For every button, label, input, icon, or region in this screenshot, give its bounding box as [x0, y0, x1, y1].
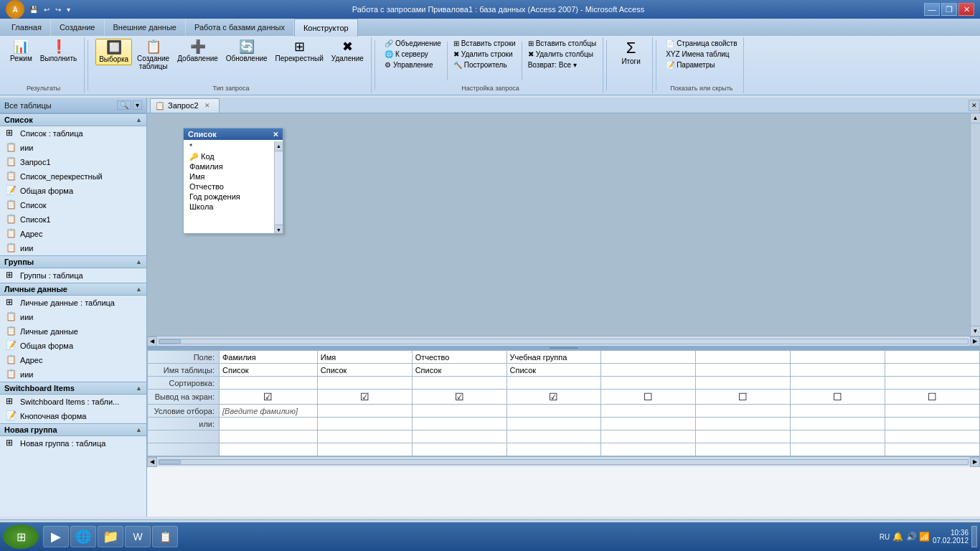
create-table-btn[interactable]: 📋 Созданиетаблицы [134, 39, 172, 72]
grid-cell-show-8[interactable]: ☐ [885, 390, 980, 405]
grid-cell-or-6[interactable] [696, 418, 791, 430]
run-btn[interactable]: ❗ Выполнить [37, 39, 80, 64]
maximize-btn[interactable]: ❐ [941, 3, 957, 16]
grid-cell-empty2-5[interactable] [601, 443, 696, 456]
grid-cell-empty1-7[interactable] [791, 430, 885, 443]
grid-cell-empty2-1[interactable] [220, 443, 318, 456]
grid-cell-empty2-4[interactable] [507, 443, 601, 456]
area-vscroll-up[interactable]: ▲ [971, 113, 980, 123]
grid-cell-criteria-6[interactable] [696, 405, 791, 418]
field-kod[interactable]: 🔑 Код [184, 151, 274, 161]
grid-cell-empty1-4[interactable] [507, 430, 601, 443]
grid-cell-field-8[interactable] [885, 351, 980, 364]
grid-cell-table-3[interactable]: Список [412, 364, 507, 377]
tab-home[interactable]: Главная [3, 19, 51, 36]
crosstab-btn[interactable]: ⊞ Перекрестный [273, 39, 326, 64]
customize-quick-btn[interactable]: ▾ [65, 5, 72, 14]
grid-cell-empty2-7[interactable] [791, 443, 885, 456]
grid-cell-table-5[interactable] [601, 364, 696, 377]
grid-cell-criteria-8[interactable] [885, 405, 980, 418]
area-vscroll-down[interactable]: ▼ [971, 326, 980, 336]
grid-cell-or-7[interactable] [791, 418, 885, 430]
nav-item-list-table[interactable]: ⊞ Список : таблица [0, 126, 146, 141]
grid-cell-show-7[interactable]: ☐ [791, 390, 885, 405]
grid-cell-empty2-2[interactable] [317, 443, 412, 456]
grid-cell-criteria-3[interactable] [412, 405, 507, 418]
insert-cols-btn[interactable]: ⊞ Вставить столбцы [526, 39, 598, 48]
grid-cell-sort-2[interactable] [317, 377, 412, 390]
close-btn[interactable]: ✕ [958, 3, 974, 16]
field-name[interactable]: Имя [184, 171, 274, 182]
minimize-btn[interactable]: — [924, 3, 940, 16]
grid-cell-sort-3[interactable] [412, 377, 507, 390]
nav-item-personal-form[interactable]: 📝 Общая форма [0, 339, 146, 353]
union-btn[interactable]: 🔗 Объединение [382, 39, 443, 48]
start-button[interactable]: ⊞ [3, 524, 39, 549]
nav-item-button-form[interactable]: 📝 Кнопочная форма [0, 409, 146, 423]
vscroll-down[interactable]: ▼ [275, 225, 283, 233]
nav-item-new-group-table[interactable]: ⊞ Новая группа : таблица [0, 436, 146, 451]
field-family[interactable]: Фамилия [184, 161, 274, 171]
grid-cell-empty1-1[interactable] [220, 430, 318, 443]
hscroll-left-btn[interactable]: ◀ [147, 336, 157, 347]
grid-cell-empty1-2[interactable] [317, 430, 412, 443]
grid-cell-show-2[interactable]: ☑ [317, 390, 412, 405]
mode-btn[interactable]: 📊 Режим [7, 39, 35, 64]
vscroll-middle[interactable] [275, 151, 283, 225]
grid-cell-or-4[interactable] [507, 418, 601, 430]
grid-cell-show-4[interactable]: ☑ [507, 390, 601, 405]
grid-cell-empty1-8[interactable] [885, 430, 980, 443]
area-vscroll-track[interactable] [971, 123, 980, 326]
tab-external[interactable]: Внешние данные [105, 19, 186, 36]
grid-cell-empty2-3[interactable] [412, 443, 507, 456]
properties-btn[interactable]: 📄 Страница свойств [664, 39, 739, 48]
grid-cell-table-8[interactable] [885, 364, 980, 377]
grid-cell-table-1[interactable]: Список [220, 364, 318, 377]
grid-cell-show-1[interactable]: ☑ [220, 390, 318, 405]
grid-cell-sort-1[interactable] [220, 377, 318, 390]
grid-cell-table-2[interactable]: Список [317, 364, 412, 377]
undo-quick-btn[interactable]: ↩ [42, 5, 52, 14]
grid-cell-sort-7[interactable] [791, 377, 885, 390]
redo-quick-btn[interactable]: ↪ [53, 5, 63, 14]
server-btn[interactable]: 🌐 К серверу [382, 50, 443, 59]
delete-rows-btn[interactable]: ✖ Удалить строки [451, 50, 518, 59]
grid-cell-sort-6[interactable] [696, 377, 791, 390]
grid-cell-field-2[interactable]: Имя [317, 351, 412, 364]
append-btn[interactable]: ➕ Добавление [174, 39, 221, 64]
query2-tab[interactable]: 📋 Запрос2 ✕ [150, 98, 220, 113]
grid-cell-or-2[interactable] [317, 418, 412, 430]
grid-hscroll-right[interactable]: ▶ [970, 457, 980, 467]
field-birthyear[interactable]: Год рождения [184, 192, 274, 202]
nav-search-btn[interactable]: 🔍 [117, 100, 131, 110]
table-widget-header[interactable]: Список ✕ [184, 128, 283, 140]
totals-btn[interactable]: Σ Итоги [618, 39, 644, 67]
grid-hscroll-track[interactable] [159, 459, 969, 465]
office-button[interactable]: A [6, 0, 24, 19]
taskbar-btn-word[interactable]: W [125, 526, 151, 547]
grid-cell-criteria-4[interactable] [507, 405, 601, 418]
grid-cell-sort-8[interactable] [885, 377, 980, 390]
hscroll-thumb[interactable] [159, 339, 181, 344]
nav-item-list-cross[interactable]: 📋 Список_перекрестный [0, 169, 146, 184]
nav-item-list[interactable]: 📋 Список [0, 198, 146, 212]
grid-cell-table-7[interactable] [791, 364, 885, 377]
grid-cell-or-3[interactable] [412, 418, 507, 430]
grid-cell-or-5[interactable] [601, 418, 696, 430]
nav-section-personal[interactable]: Личные данные ▲ [0, 283, 146, 296]
grid-cell-empty1-3[interactable] [412, 430, 507, 443]
area-vscroll[interactable]: ▲ ▼ [970, 113, 980, 336]
nav-item-iii2[interactable]: 📋 иии [0, 241, 146, 255]
save-quick-btn[interactable]: 💾 [27, 5, 40, 14]
grid-cell-empty1-5[interactable] [601, 430, 696, 443]
grid-cell-table-6[interactable] [696, 364, 791, 377]
nav-item-general-form[interactable]: 📝 Общая форма [0, 184, 146, 198]
grid-hscroll-left[interactable]: ◀ [147, 457, 157, 467]
insert-rows-btn[interactable]: ⊞ Вставить строки [451, 39, 518, 48]
grid-cell-table-4[interactable]: Список [507, 364, 601, 377]
nav-section-list[interactable]: Список ▲ [0, 113, 146, 126]
grid-cell-field-6[interactable] [696, 351, 791, 364]
grid-cell-sort-5[interactable] [601, 377, 696, 390]
vscroll-up[interactable]: ▲ [275, 141, 283, 151]
grid-cell-criteria-1[interactable]: [Введите фамилию] [220, 405, 318, 418]
